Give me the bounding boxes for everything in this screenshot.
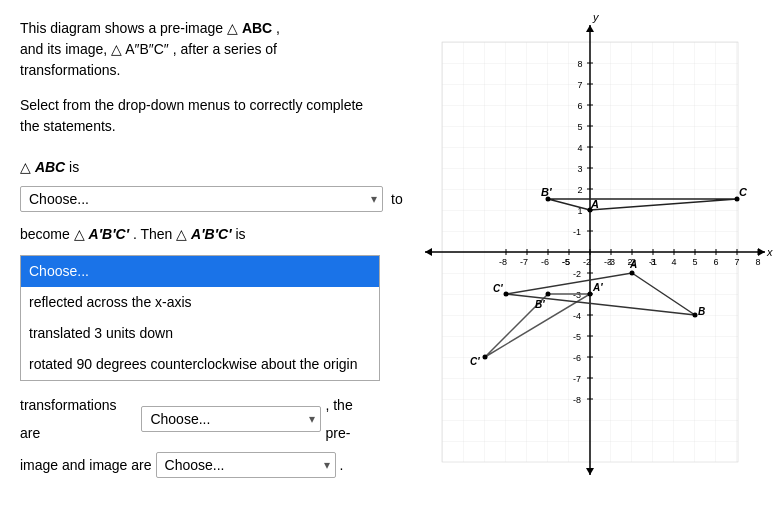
period-label: .	[340, 451, 344, 479]
svg-text:-7: -7	[572, 374, 580, 384]
vertex-Bdoubleprime	[692, 313, 697, 318]
label-B-prime: B′	[535, 299, 545, 310]
coordinate-graph: x y -8 -7 -6 -5 2 3 4 5 6	[405, 5, 775, 505]
svg-text:3: 3	[577, 164, 582, 174]
become-label: become △ A′B′C′ . Then △ A′B′C′ is	[20, 222, 246, 247]
svg-text:-4: -4	[572, 311, 580, 321]
dropdown2-option-rotated[interactable]: rotated 90 degrees counterclockwise abou…	[21, 349, 379, 380]
vertex-Bprime	[545, 292, 550, 297]
svg-text:4: 4	[671, 257, 676, 267]
statement1-line: △ ABC is	[20, 155, 380, 180]
svg-text:7: 7	[734, 257, 739, 267]
the-pre-label: , the pre-	[325, 391, 380, 447]
label-C-prime: C′	[470, 356, 480, 367]
vertex-Adoubleprime	[629, 271, 634, 276]
intro-line2: and its image, △ A″B″C″ , after a series…	[20, 41, 277, 57]
svg-text:-7: -7	[519, 257, 527, 267]
dropdown1-select[interactable]: Choose... reflected across the x-axis tr…	[20, 186, 383, 212]
svg-text:8: 8	[755, 257, 760, 267]
svg-marker-7	[586, 468, 594, 475]
vertex-Aprime	[587, 292, 592, 297]
statement4-line: image and image are Choose... congruent …	[20, 451, 380, 479]
y-axis-label: y	[592, 11, 600, 23]
svg-text:5: 5	[577, 122, 582, 132]
label-C: C	[739, 186, 748, 198]
svg-text:7: 7	[577, 80, 582, 90]
dropdown3-wrapper[interactable]: Choose... congruent similar ▾	[141, 405, 321, 433]
x-axis-label: x	[766, 246, 773, 258]
x-tick-neg3: -3	[606, 257, 614, 267]
dropdown4-select[interactable]: Choose... congruent similar	[156, 452, 336, 478]
svg-text:-5: -5	[561, 257, 569, 267]
svg-text:2: 2	[577, 185, 582, 195]
select-instruction: Select from the drop-down menus to corre…	[20, 95, 380, 137]
dropdown2-option-choose[interactable]: Choose...	[21, 256, 379, 287]
label-B-doubleprime: B	[698, 306, 705, 317]
dropdown2-open-container: Choose... reflected across the x-axis tr…	[20, 255, 380, 381]
svg-text:5: 5	[692, 257, 697, 267]
svg-text:4: 4	[577, 143, 582, 153]
dropdown2-option-translated[interactable]: translated 3 units down	[21, 318, 379, 349]
svg-text:-2: -2	[582, 257, 590, 267]
vertex-A	[587, 208, 592, 213]
vertex-C	[734, 197, 739, 202]
vertex-Cdoubleprime	[503, 292, 508, 297]
svg-text:-5: -5	[572, 332, 580, 342]
svg-text:6: 6	[577, 101, 582, 111]
svg-text:-2: -2	[572, 269, 580, 279]
svg-text:-6: -6	[540, 257, 548, 267]
x-tick-neg2: -2	[627, 257, 635, 267]
statement1-block: △ ABC is Choose... reflected across the …	[20, 155, 380, 212]
dropdown2-open: Choose... reflected across the x-axis tr…	[20, 255, 380, 381]
intro-line1: This diagram shows a pre-image △ ABC ,	[20, 20, 280, 36]
svg-text:-8: -8	[498, 257, 506, 267]
dropdown3-select[interactable]: Choose... congruent similar	[141, 406, 321, 432]
dropdown1-wrapper[interactable]: Choose... reflected across the x-axis tr…	[20, 186, 383, 212]
intro-line3: transformations.	[20, 62, 120, 78]
vertex-Cprime	[482, 355, 487, 360]
statement2-block: become △ A′B′C′ . Then △ A′B′C′ is Choos…	[20, 222, 380, 381]
x-tick-neg1: -1	[648, 257, 656, 267]
transformations-label: transformations are	[20, 391, 137, 447]
label-A-prime: A′	[592, 282, 603, 293]
svg-text:-6: -6	[572, 353, 580, 363]
right-panel: x y -8 -7 -6 -5 2 3 4 5 6	[400, 0, 779, 513]
dropdown4-wrapper[interactable]: Choose... congruent similar ▾	[156, 451, 336, 479]
left-panel: This diagram shows a pre-image △ ABC , a…	[0, 0, 400, 513]
svg-marker-5	[425, 248, 432, 256]
statement2-line: become △ A′B′C′ . Then △ A′B′C′ is	[20, 222, 380, 247]
vertex-B	[545, 197, 550, 202]
dropdown2-option-reflected[interactable]: reflected across the x-axis	[21, 287, 379, 318]
label-C-doubleprime: C′	[493, 283, 503, 294]
svg-text:8: 8	[577, 59, 582, 69]
svg-marker-4	[758, 248, 765, 256]
intro-text: This diagram shows a pre-image △ ABC , a…	[20, 18, 380, 81]
label-B: B′	[541, 186, 553, 198]
svg-text:-1: -1	[572, 227, 580, 237]
svg-text:-3: -3	[572, 290, 580, 300]
svg-text:6: 6	[713, 257, 718, 267]
image-and-label: image and image are	[20, 451, 152, 479]
statement3-line: transformations are Choose... congruent …	[20, 391, 380, 447]
svg-text:-8: -8	[572, 395, 580, 405]
svg-marker-6	[586, 25, 594, 32]
triangle-abc-label: △ ABC is	[20, 155, 79, 180]
